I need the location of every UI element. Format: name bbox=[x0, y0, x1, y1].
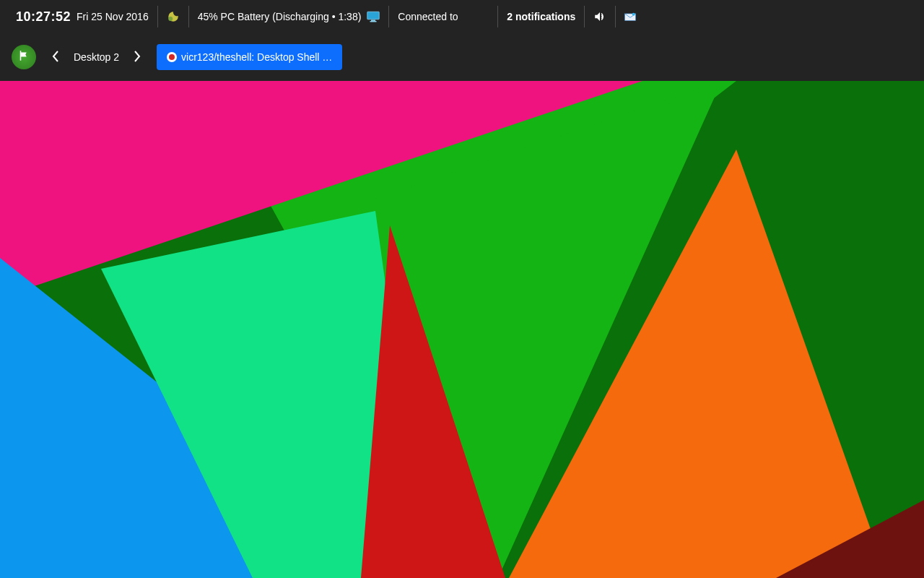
desktop-switcher: Desktop 2 bbox=[51, 51, 142, 63]
notifications-segment[interactable]: 2 notifications bbox=[498, 7, 584, 27]
window-title: vicr123/theshell: Desktop Shell … bbox=[181, 51, 332, 63]
launcher-button[interactable] bbox=[12, 45, 36, 69]
svg-point-5 bbox=[632, 13, 635, 16]
monitor-icon bbox=[367, 11, 380, 22]
network-text: Connected to bbox=[398, 11, 458, 22]
chevron-right-icon bbox=[134, 51, 141, 64]
taskbar-window-button[interactable]: vicr123/theshell: Desktop Shell … bbox=[157, 44, 342, 70]
weather-segment[interactable] bbox=[158, 7, 188, 27]
svg-rect-3 bbox=[370, 21, 377, 22]
battery-text: 45% PC Battery (Discharging • 1:38) bbox=[198, 11, 362, 22]
svg-point-0 bbox=[168, 17, 173, 21]
volume-icon bbox=[593, 11, 606, 22]
clock-date: Fri 25 Nov 2016 bbox=[77, 11, 149, 22]
weather-moon-icon bbox=[167, 10, 180, 23]
desktop-label: Desktop 2 bbox=[74, 51, 119, 63]
prev-desktop-button[interactable] bbox=[51, 52, 61, 62]
clock-time: 10:27:52 bbox=[16, 9, 71, 25]
window-favicon-icon bbox=[167, 52, 177, 62]
taskbar: Desktop 2 vicr123/theshell: Desktop Shel… bbox=[0, 33, 924, 81]
chevron-left-icon bbox=[52, 51, 59, 64]
next-desktop-button[interactable] bbox=[132, 52, 142, 62]
clock-segment[interactable]: 10:27:52 Fri 25 Nov 2016 bbox=[7, 7, 157, 27]
launcher-flag-icon bbox=[17, 49, 30, 65]
volume-segment[interactable] bbox=[585, 7, 615, 27]
status-bar: 10:27:52 Fri 25 Nov 2016 45% PC Battery … bbox=[0, 0, 924, 33]
battery-segment[interactable]: 45% PC Battery (Discharging • 1:38) bbox=[189, 7, 389, 27]
desktop-wallpaper[interactable] bbox=[0, 81, 924, 578]
mail-icon bbox=[624, 12, 636, 22]
notifications-text: 2 notifications bbox=[507, 11, 575, 22]
svg-rect-2 bbox=[371, 20, 375, 22]
wallpaper-svg bbox=[0, 81, 924, 578]
svg-rect-1 bbox=[367, 12, 380, 20]
tray-mail-segment[interactable] bbox=[616, 7, 645, 27]
network-segment[interactable]: Connected to bbox=[389, 7, 497, 27]
